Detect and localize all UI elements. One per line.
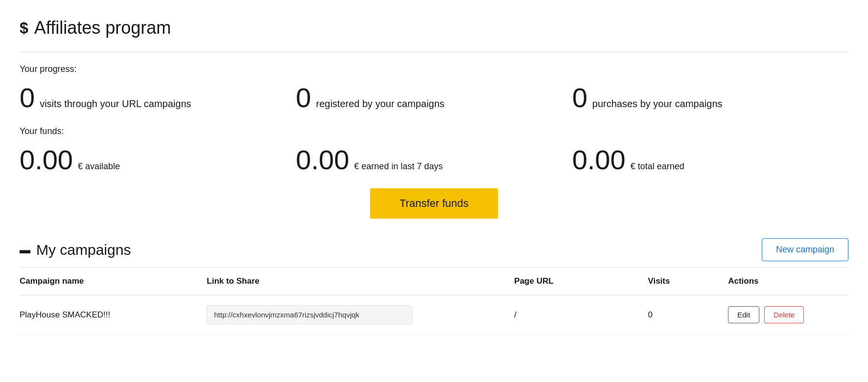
edit-button[interactable]: Edit [728, 306, 759, 323]
page-title: Affiliates program [34, 18, 171, 38]
stat-visits: 0 visits through your URL campaigns [20, 84, 296, 112]
stat-registered-value: 0 [296, 84, 311, 112]
header-divider [20, 52, 848, 52]
col-header-campaign-name: Campaign name [20, 268, 207, 295]
stat-purchases-description: purchases by your campaigns [592, 98, 723, 110]
table-header-row: Campaign name Link to Share Page URL Vis… [20, 268, 848, 295]
campaigns-title: My campaigns [36, 242, 131, 258]
delete-button[interactable]: Delete [764, 306, 804, 323]
table-body: PlayHouse SMACKED!!! http://cxhxevlonvjm… [20, 295, 848, 335]
transfer-funds-button[interactable]: Transfer funds [370, 188, 498, 219]
funds-earned-7days-description: € earned in last 7 days [354, 161, 443, 172]
funds-available-description: € available [78, 161, 120, 172]
stat-registered: 0 registered by your campaigns [296, 84, 572, 112]
cell-page-url: / [514, 295, 648, 335]
funds-row: 0.00 € available 0.00 € earned in last 7… [20, 146, 848, 174]
funds-available: 0.00 € available [20, 146, 296, 174]
table-row: PlayHouse SMACKED!!! http://cxhxevlonvjm… [20, 295, 848, 335]
action-buttons: Edit Delete [728, 306, 843, 323]
col-header-actions: Actions [728, 268, 848, 295]
stat-visits-value: 0 [20, 84, 35, 112]
progress-stats-row: 0 visits through your URL campaigns 0 re… [20, 84, 848, 112]
cell-campaign-name: PlayHouse SMACKED!!! [20, 295, 207, 335]
funds-earned-7days: 0.00 € earned in last 7 days [296, 146, 572, 174]
progress-label: Your progress: [20, 64, 848, 74]
progress-section: Your progress: 0 visits through your URL… [20, 64, 848, 112]
funds-total-earned: 0.00 € total earned [572, 146, 848, 174]
cell-visits: 0 [648, 295, 728, 335]
stat-registered-description: registered by your campaigns [316, 98, 444, 110]
funds-label: Your funds: [20, 126, 848, 136]
campaigns-table: Campaign name Link to Share Page URL Vis… [20, 268, 848, 335]
funds-section: Your funds: 0.00 € available 0.00 € earn… [20, 126, 848, 174]
cell-link-to-share: http://cxhxevlonvjmzxma67rizsjvddicj7hqv… [207, 295, 514, 335]
new-campaign-button[interactable]: New campaign [762, 238, 848, 261]
page-header: $ Affiliates program [20, 10, 848, 48]
table-header: Campaign name Link to Share Page URL Vis… [20, 268, 848, 295]
funds-available-value: 0.00 [20, 146, 73, 174]
stat-visits-description: visits through your URL campaigns [40, 98, 191, 110]
col-header-page-url: Page URL [514, 268, 648, 295]
campaigns-header: ▬ My campaigns New campaign [20, 238, 848, 261]
funds-earned-7days-value: 0.00 [296, 146, 349, 174]
transfer-btn-wrapper: Transfer funds [20, 188, 848, 219]
dollar-icon: $ [20, 19, 28, 37]
link-input-display: http://cxhxevlonvjmzxma67rizsjvddicj7hqv… [207, 305, 412, 324]
col-header-visits: Visits [648, 268, 728, 295]
cell-actions: Edit Delete [728, 295, 848, 335]
funds-total-earned-description: € total earned [631, 161, 684, 172]
stat-purchases: 0 purchases by your campaigns [572, 84, 848, 112]
campaigns-icon: ▬ [20, 244, 30, 256]
campaigns-title-group: ▬ My campaigns [20, 242, 131, 258]
stat-purchases-value: 0 [572, 84, 587, 112]
funds-total-earned-value: 0.00 [572, 146, 626, 174]
col-header-link-to-share: Link to Share [207, 268, 514, 295]
